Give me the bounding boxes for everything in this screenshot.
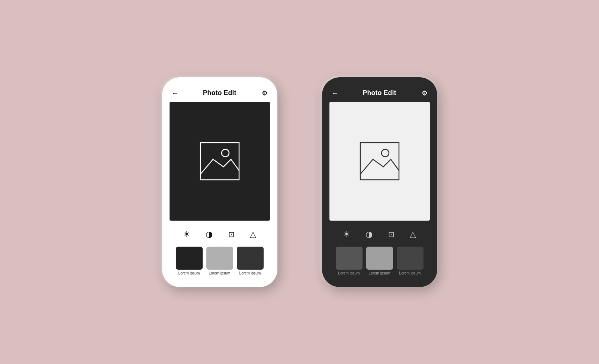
contrast-icon-light[interactable]: ◑ — [206, 230, 213, 239]
filter-thumb-2-light[interactable] — [206, 247, 233, 270]
filter-thumb-3-dark[interactable] — [397, 247, 424, 270]
back-button-dark[interactable]: ← — [331, 89, 339, 97]
filter-item-2-dark[interactable]: Lorem ipsum — [366, 247, 393, 275]
svg-rect-0 — [200, 143, 239, 180]
filter-label-1-light: Lorem ipsum — [178, 271, 200, 275]
phone-dark: ← Photo Edit ⚙ ☀ ◑ ⊡ △ Lorem ipsum Lorem… — [322, 77, 437, 287]
app-title-light: Photo Edit — [203, 89, 236, 97]
app-title-dark: Photo Edit — [363, 89, 396, 97]
phone-header-dark: ← Photo Edit ⚙ — [329, 86, 430, 102]
filter-label-2-light: Lorem ipsum — [209, 271, 231, 275]
brightness-icon-light[interactable]: ☀ — [183, 230, 190, 239]
tools-row-light: ☀ ◑ ⊡ △ — [170, 227, 270, 242]
filter-label-1-dark: Lorem ipsum — [338, 271, 360, 275]
crop-icon-dark[interactable]: ⊡ — [388, 230, 394, 239]
filter-label-3-light: Lorem ipsum — [239, 271, 261, 275]
svg-rect-2 — [360, 143, 399, 180]
filter-thumb-1-dark[interactable] — [336, 247, 363, 270]
contrast-icon-dark[interactable]: ◑ — [365, 230, 373, 239]
settings-button-light[interactable]: ⚙ — [261, 89, 268, 97]
filter-item-1-dark[interactable]: Lorem ipsum — [336, 247, 363, 275]
brightness-icon-dark[interactable]: ☀ — [343, 230, 350, 239]
settings-button-dark[interactable]: ⚙ — [421, 89, 428, 97]
phone-light: ← Photo Edit ⚙ ☀ ◑ ⊡ △ Lorem ipsum Lorem… — [162, 77, 277, 287]
phone-header-light: ← Photo Edit ⚙ — [170, 86, 270, 102]
tools-row-dark: ☀ ◑ ⊡ △ — [329, 227, 430, 242]
filter-item-3-light[interactable]: Lorem ipsum — [237, 247, 264, 275]
filters-row-dark: Lorem ipsum Lorem ipsum Lorem ipsum — [329, 247, 430, 275]
photo-area-dark — [329, 102, 430, 221]
crop-icon-light[interactable]: ⊡ — [228, 230, 235, 239]
back-button-light[interactable]: ← — [171, 89, 179, 97]
filter-item-3-dark[interactable]: Lorem ipsum — [397, 247, 424, 275]
tune-icon-light[interactable]: △ — [250, 230, 256, 239]
filter-thumb-1-light[interactable] — [176, 247, 203, 270]
filter-item-2-light[interactable]: Lorem ipsum — [206, 247, 233, 275]
photo-placeholder-light — [194, 139, 246, 183]
filter-thumb-2-dark[interactable] — [366, 247, 393, 270]
filter-thumb-3-light[interactable] — [237, 247, 264, 270]
filter-label-2-dark: Lorem ipsum — [369, 271, 390, 275]
svg-point-1 — [222, 149, 229, 157]
photo-area-light — [170, 102, 270, 221]
filters-row-light: Lorem ipsum Lorem ipsum Lorem ipsum — [170, 247, 270, 275]
tune-icon-dark[interactable]: △ — [410, 230, 416, 239]
filter-label-3-dark: Lorem ipsum — [399, 271, 421, 275]
svg-point-3 — [381, 149, 389, 157]
filter-item-1-light[interactable]: Lorem ipsum — [176, 247, 203, 275]
photo-placeholder-dark — [354, 139, 406, 183]
